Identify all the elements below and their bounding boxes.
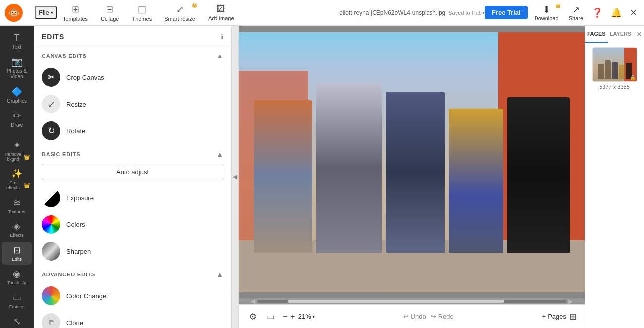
nav-themes[interactable]: ◫ Themes (126, 2, 158, 24)
zoom-level-display[interactable]: 21% ▾ (298, 313, 315, 320)
color-changer-item[interactable]: Color Changer (34, 282, 231, 309)
panel-scroll[interactable]: CANVAS EDITS ▲ ✂ Crop Canvas ⤢ Resize ↻ (34, 46, 231, 328)
advanced-edits-toggle: ▲ (216, 271, 223, 278)
canvas-edits-toggle: ▲ (216, 52, 223, 60)
rotate-item[interactable]: ↻ Rotate (34, 117, 231, 144)
colors-label: Colors (66, 221, 85, 228)
resize-icon-circle: ⤢ (42, 95, 60, 113)
sharpen-item[interactable]: Sharpen (34, 238, 231, 265)
collapse-icon: ◀ (233, 173, 237, 180)
tab-pages[interactable]: PAGES (585, 26, 608, 43)
sidebar-tool-graphics[interactable]: 🔷 Graphics (2, 83, 32, 107)
exposure-item[interactable]: Exposure (34, 184, 231, 211)
panel-info-icon[interactable]: ℹ (221, 33, 223, 41)
smart-resize-icon: ⤢ (176, 4, 184, 15)
zoom-in-button[interactable]: + (290, 312, 295, 321)
download-crown-icon: 👑 (555, 3, 561, 8)
clone-icon: ⧉ (49, 318, 54, 327)
frame-button[interactable]: ▭ (265, 309, 277, 324)
canvas-edits-header[interactable]: CANVAS EDITS ▲ (34, 46, 231, 64)
advanced-edits-header[interactable]: ADVANCED EDITS ▲ (34, 265, 231, 282)
sidebar-tool-edits[interactable]: ⊡ Edits (2, 242, 32, 265)
settings-button[interactable]: ⚙ (247, 309, 259, 324)
sidebar-tool-pro-effects[interactable]: ✨ Pro effects 👑 (2, 165, 32, 193)
right-panel-close[interactable]: ✕ (633, 26, 644, 43)
pages-plus-icon: + (542, 313, 546, 320)
thumbnail-size: 5977 x 3355 (599, 84, 630, 90)
undo-button[interactable]: ↩ Undo (403, 313, 426, 320)
horizontal-scrollbar[interactable]: ◀ ▶ (239, 298, 585, 304)
basic-edits-header[interactable]: BASIC EDITS ▲ (34, 144, 231, 162)
frame-icon: ▭ (267, 311, 275, 322)
help-icon: ❓ (592, 8, 603, 18)
bottom-bar: ⚙ ▭ − + 21% ▾ ↩ Undo ↪ Redo (239, 304, 585, 328)
sidebar-tool-textures[interactable]: ≋ Textures (2, 194, 32, 217)
advanced-edits-label: ADVANCED EDITS (42, 272, 95, 277)
close-button[interactable]: ✕ (628, 5, 639, 20)
clone-item[interactable]: ⧉ Clone (34, 309, 231, 328)
nav-collage[interactable]: ⊟ Collage (95, 2, 125, 24)
filename: eliott-reyna-jCEpN62oWL4-unsplash.jpg (339, 9, 445, 16)
file-menu-button[interactable]: File ▾ (35, 6, 57, 19)
settings-icon: ⚙ (249, 311, 257, 322)
share-button[interactable]: ↗ Share (566, 3, 586, 22)
edits-panel: EDITS ℹ CANVAS EDITS ▲ ✂ Crop Canvas ⤢ R… (34, 26, 232, 328)
smart-resize-crown-icon: 👑 (192, 3, 197, 8)
pages-button[interactable]: + Pages (542, 313, 566, 320)
notifications-button[interactable]: 🔔 (609, 5, 624, 20)
nav-smart-resize[interactable]: 👑 ⤢ Smart resize (159, 2, 201, 24)
sidebar-tool-effects[interactable]: ◈ Effects (2, 218, 32, 241)
nav-add-image[interactable]: 🖼 Add image (202, 2, 240, 23)
saved-badge[interactable]: Saved to Hub ▾ (448, 10, 485, 16)
undo-icon: ↩ (403, 313, 409, 320)
redo-button[interactable]: ↪ Redo (431, 313, 454, 320)
scroll-left-arrow[interactable]: ◀ (249, 298, 257, 305)
help-button[interactable]: ❓ (590, 5, 605, 20)
nav-templates[interactable]: ⊞ Templates (57, 2, 94, 24)
sidebar-tool-draw[interactable]: ✏ Draw (2, 108, 32, 131)
app-logo[interactable]: 🐵 (5, 4, 23, 22)
share-icon: ↗ (572, 4, 580, 15)
zoom-out-button[interactable]: − (283, 312, 287, 321)
right-panel: PAGES LAYERS ✕ 🔒 5977 x 3355 (585, 26, 644, 328)
layers-icon: ⊞ (569, 312, 577, 322)
panel-collapse-handle[interactable]: ◀ (232, 26, 239, 328)
edits-icon: ⊡ (13, 245, 21, 256)
text-tool-icon: T (14, 33, 20, 43)
download-button[interactable]: ⬇ 👑 Download (532, 3, 562, 22)
auto-adjust-button[interactable]: Auto adjust (42, 164, 223, 180)
crop-canvas-item[interactable]: ✂ Crop Canvas (34, 64, 231, 91)
scroll-right-arrow[interactable]: ▶ (566, 298, 575, 305)
pages-area: + Pages ⊞ (542, 311, 577, 322)
sidebar-tool-reposition-image[interactable]: ⤡ Reposition image (2, 313, 32, 328)
thumb-person-4 (619, 65, 625, 79)
remove-bkgnd-crown-icon: 👑 (24, 154, 30, 160)
sidebar-tool-text[interactable]: T Text (2, 30, 32, 53)
canvas-image-wrapper[interactable] (239, 32, 585, 292)
person-5 (507, 97, 570, 253)
reposition-image-icon: ⤡ (13, 316, 21, 327)
sidebar-tool-photos-video[interactable]: 📷 Photos & Video (2, 54, 32, 82)
themes-icon: ◫ (138, 4, 146, 15)
layers-button[interactable]: ⊞ (569, 311, 577, 322)
exposure-icon-circle (42, 188, 60, 207)
sidebar-tool-touch-up[interactable]: ◉ Touch Up (2, 266, 32, 288)
panel-title: EDITS (42, 33, 64, 41)
canvas-content[interactable] (239, 26, 585, 298)
sidebar-tool-frames[interactable]: ▭ Frames (2, 289, 32, 312)
scrollbar-thumb[interactable] (288, 300, 504, 303)
scrollbar-track[interactable] (257, 300, 566, 303)
right-actions: Free Trial ⬇ 👑 Download ↗ Share ❓ 🔔 ✕ (485, 3, 639, 22)
pro-effects-crown-icon: 👑 (24, 183, 30, 188)
color-changer-icon-circle (42, 286, 60, 305)
add-image-icon: 🖼 (216, 4, 225, 14)
sidebar-tool-remove-bkgnd[interactable]: ✦ Remove bkgnd 👑 (2, 137, 32, 164)
graphics-icon: 🔷 (11, 86, 22, 97)
resize-item[interactable]: ⤢ Resize (34, 91, 231, 117)
collage-icon: ⊟ (106, 4, 113, 15)
exposure-label: Exposure (66, 194, 94, 202)
free-trial-button[interactable]: Free Trial (485, 6, 528, 19)
colors-item[interactable]: Colors (34, 211, 231, 238)
page-thumbnail[interactable]: 🔒 (592, 47, 637, 82)
tab-layers[interactable]: LAYERS (608, 26, 634, 43)
